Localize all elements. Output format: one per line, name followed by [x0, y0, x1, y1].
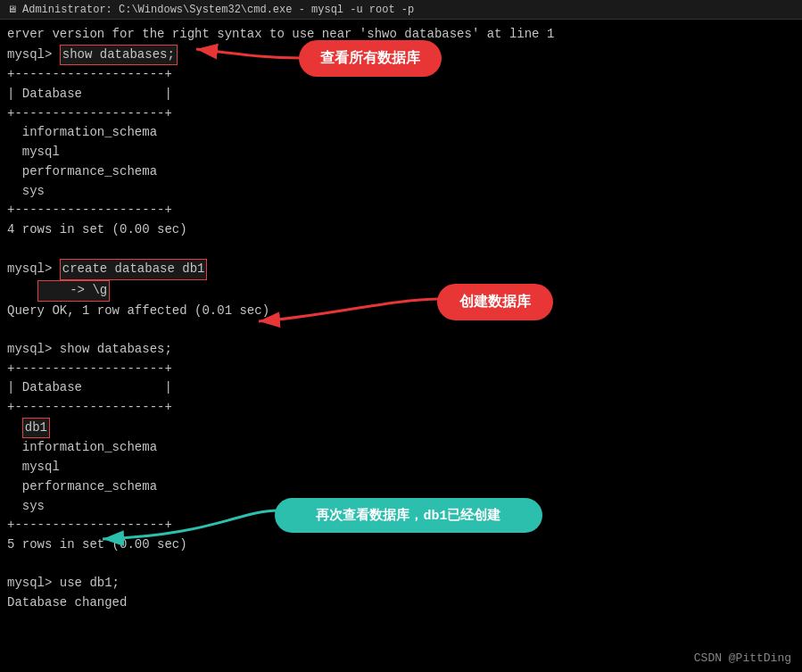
rows-line2: 5 rows in set (0.00 sec) — [7, 535, 795, 555]
title-bar-label: Administrator: C:\Windows\System32\cmd.e… — [22, 4, 414, 16]
db1-highlight-line: db1 — [7, 418, 795, 439]
db-perf-schema1: performance_schema — [7, 162, 795, 182]
db-info-schema1: information_schema — [7, 123, 795, 143]
create-db-cmd2: -> \g — [37, 280, 111, 302]
blank3 — [7, 555, 795, 575]
show-databases-line2: mysql> show databases; — [7, 340, 795, 360]
prompt1: mysql> — [7, 47, 60, 62]
create-db-cmd: create database db1 — [60, 259, 208, 280]
bubble-create-database: 创建数据库 — [437, 284, 553, 320]
table-border-mid2: +--------------------+ — [7, 398, 795, 418]
title-bar-icon: 🖥 — [7, 4, 17, 15]
table-border-bottom1: +--------------------+ — [7, 201, 795, 220]
rows-line1: 4 rows in set (0.00 sec) — [7, 220, 795, 240]
db-mysql1: mysql — [7, 143, 795, 162]
use-db1-cmd: use db1; — [60, 576, 120, 590]
bubble-view-again: 再次查看数据库，db1已经创建 — [275, 498, 542, 533]
bubble-view-databases: 查看所有数据库 — [299, 40, 442, 77]
title-bar: 🖥 Administrator: C:\Windows\System32\cmd… — [0, 0, 802, 20]
db-info-schema2: information_schema — [7, 438, 795, 458]
use-db1-line: mysql> use db1; — [7, 574, 795, 593]
create-db-line2: -> \g — [7, 280, 795, 302]
table-header2: | Database | — [7, 378, 795, 398]
create-db-line: mysql> create database db1 — [7, 259, 795, 280]
db-perf-schema2: performance_schema — [7, 477, 795, 497]
db-mysql2: mysql — [7, 458, 795, 477]
blank2 — [7, 320, 795, 340]
prompt4: mysql> — [7, 576, 60, 590]
db-changed-line: Database changed — [7, 593, 795, 613]
db-sys1: sys — [7, 182, 795, 202]
db1-entry: db1 — [22, 418, 50, 439]
show-databases-cmd: show databases; — [60, 45, 178, 66]
prompt3: mysql> — [7, 342, 60, 356]
table-header1: | Database | — [7, 85, 795, 104]
table-border-top2: +--------------------+ — [7, 360, 795, 379]
show-databases-cmd2: show databases; — [60, 342, 172, 356]
table-border-mid1: +--------------------+ — [7, 104, 795, 124]
blank1 — [7, 240, 795, 260]
prompt2: mysql> — [7, 261, 60, 276]
query-ok-line: Query OK, 1 row affected (0.01 sec) — [7, 302, 795, 321]
csdn-watermark: CSDN @PittDing — [694, 651, 791, 665]
